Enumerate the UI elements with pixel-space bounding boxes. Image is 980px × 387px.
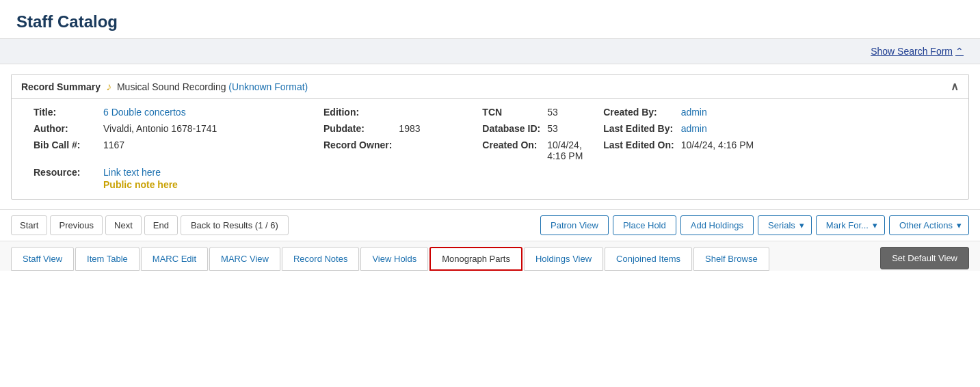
chevron-up-icon: ⌃ xyxy=(955,46,964,57)
tab-conjoined-items[interactable]: Conjoined Items xyxy=(605,247,692,271)
record-summary-header: Record Summary ♪ Musical Sound Recording… xyxy=(12,75,968,99)
tab-monograph-parts[interactable]: Monograph Parts xyxy=(429,247,522,271)
record-summary-container: Record Summary ♪ Musical Sound Recording… xyxy=(11,74,969,200)
format-type: Musical Sound Recording (Unknown Format) xyxy=(117,81,308,92)
page-wrapper: Staff Catalog Show Search Form ⌃ Record … xyxy=(0,0,980,387)
next-button[interactable]: Next xyxy=(105,215,142,235)
title-value[interactable]: 6 Double concertos xyxy=(103,107,186,118)
resource-label: Resource: xyxy=(34,165,102,192)
tab-holdings-view[interactable]: Holdings View xyxy=(524,247,603,271)
music-icon: ♪ xyxy=(106,81,111,93)
record-summary-label: Record Summary xyxy=(21,81,101,92)
fields-table: Title: 6 Double concertos Edition: TCN 5… xyxy=(32,103,948,194)
tabs-list: Staff View Item Table MARC Edit MARC Vie… xyxy=(11,247,769,271)
action-bar: Start Previous Next End Back to Results … xyxy=(0,209,980,241)
pubdate-value: 1983 xyxy=(399,121,481,136)
back-to-results-button[interactable]: Back to Results (1 / 6) xyxy=(181,215,289,235)
search-bar-area: Show Search Form ⌃ xyxy=(0,38,980,64)
other-actions-dropdown-button[interactable]: Other Actions ▾ xyxy=(889,215,969,235)
created-on-label: Created On: xyxy=(482,137,546,163)
title-row: Title: 6 Double concertos Edition: TCN 5… xyxy=(34,105,946,120)
page-header: Staff Catalog xyxy=(0,0,980,38)
bib-row: Bib Call #: 1167 Record Owner: Created O… xyxy=(34,137,946,163)
other-actions-chevron-icon: ▾ xyxy=(957,220,962,230)
tabs-wrapper: Staff View Item Table MARC Edit MARC Vie… xyxy=(0,241,980,271)
tcn-value: 53 xyxy=(547,105,602,120)
created-by-label: Created By: xyxy=(603,105,679,120)
show-search-form-link[interactable]: Show Search Form ⌃ xyxy=(871,46,964,57)
tab-staff-view[interactable]: Staff View xyxy=(11,247,74,271)
record-fields-wrapper: Title: 6 Double concertos Edition: TCN 5… xyxy=(12,99,968,199)
created-on-value: 10/4/24, 4:16 PM xyxy=(547,137,602,163)
place-hold-button[interactable]: Place Hold xyxy=(613,215,676,235)
database-id-label: Database ID: xyxy=(482,121,546,136)
pubdate-label: Pubdate: xyxy=(323,121,397,136)
nav-group: Start Previous Next End Back to Results … xyxy=(11,215,289,235)
patron-view-button[interactable]: Patron View xyxy=(540,215,609,235)
start-button[interactable]: Start xyxy=(11,215,47,235)
record-owner-label: Record Owner: xyxy=(323,137,397,163)
last-edited-on-label: Last Edited On: xyxy=(603,137,679,163)
bib-call-label: Bib Call #: xyxy=(34,137,102,163)
author-value: Vivaldi, Antonio 1678-1741 xyxy=(103,121,322,136)
previous-button[interactable]: Previous xyxy=(50,215,103,235)
resource-links: Link text here Public note here xyxy=(103,167,941,190)
edition-value xyxy=(399,105,481,120)
bib-call-value: 1167 xyxy=(103,137,322,163)
database-id-value: 53 xyxy=(547,121,602,136)
tab-view-holds[interactable]: View Holds xyxy=(360,247,428,271)
tab-marc-view[interactable]: MARC View xyxy=(209,247,280,271)
mark-for-dropdown-button[interactable]: Mark For... ▾ xyxy=(816,215,885,235)
last-edited-by-value[interactable]: admin xyxy=(681,123,707,134)
resource-row: Resource: Link text here Public note her… xyxy=(34,165,946,192)
record-summary-header-left: Record Summary ♪ Musical Sound Recording… xyxy=(21,81,308,93)
tcn-label: TCN xyxy=(482,105,546,120)
last-edited-on-value: 10/4/24, 4:16 PM xyxy=(681,137,946,163)
last-edited-by-label: Last Edited By: xyxy=(603,121,679,136)
author-label: Author: xyxy=(34,121,102,136)
link-text[interactable]: Link text here xyxy=(103,167,941,178)
tab-marc-edit[interactable]: MARC Edit xyxy=(141,247,208,271)
collapse-icon[interactable]: ∧ xyxy=(951,80,959,93)
set-default-view-button[interactable]: Set Default View xyxy=(880,247,969,269)
tab-item-table[interactable]: Item Table xyxy=(75,247,140,271)
end-button[interactable]: End xyxy=(144,215,178,235)
author-row: Author: Vivaldi, Antonio 1678-1741 Pubda… xyxy=(34,121,946,136)
mark-for-chevron-icon: ▾ xyxy=(873,220,877,230)
edition-label: Edition: xyxy=(323,105,397,120)
title-label: Title: xyxy=(34,105,102,120)
public-note: Public note here xyxy=(103,179,941,190)
tab-shelf-browse[interactable]: Shelf Browse xyxy=(693,247,769,271)
serials-chevron-icon: ▾ xyxy=(799,220,804,230)
tab-record-notes[interactable]: Record Notes xyxy=(282,247,359,271)
created-by-value[interactable]: admin xyxy=(681,107,707,118)
add-holdings-button[interactable]: Add Holdings xyxy=(680,215,754,235)
record-owner-value xyxy=(399,137,481,163)
serials-dropdown-button[interactable]: Serials ▾ xyxy=(758,215,812,235)
page-title: Staff Catalog xyxy=(16,12,964,31)
